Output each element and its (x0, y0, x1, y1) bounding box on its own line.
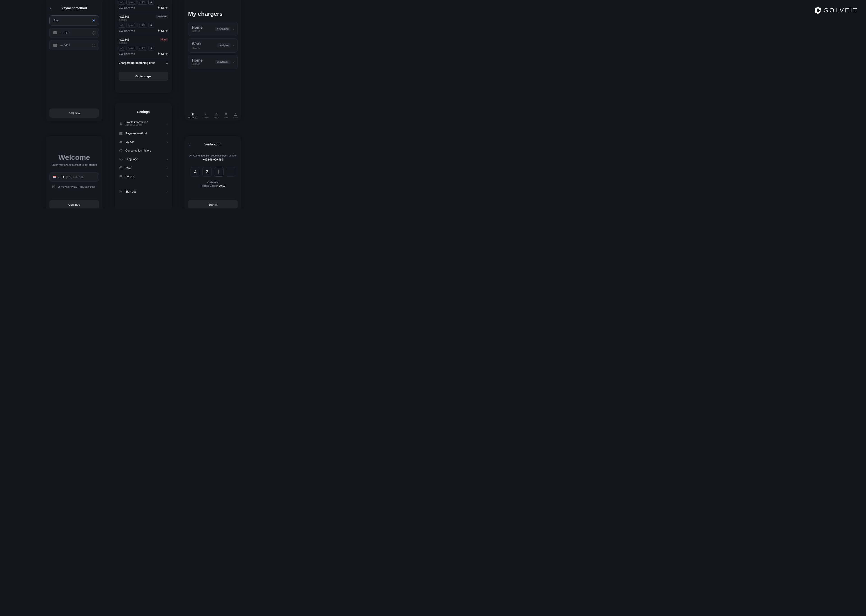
chevron-down-icon: ⌄ (166, 61, 168, 64)
privacy-agreement: I agree with Privacy Policy agreement (49, 185, 99, 188)
pin-icon (158, 30, 160, 32)
svg-rect-4 (119, 132, 123, 135)
charger-row[interactable]: id12345 Busy E.ON DK AC Type 2 22 kW 0,0… (119, 35, 168, 58)
svg-rect-5 (119, 133, 123, 133)
payment-option-applepay[interactable]: Pay (49, 15, 99, 25)
code-digit[interactable] (214, 167, 223, 176)
settings-item-payment[interactable]: Payment method › (119, 129, 168, 138)
welcome-title: Welcome (49, 153, 99, 162)
svg-text:?: ? (120, 167, 121, 169)
language-icon (119, 157, 123, 161)
page-title: My chargers (188, 10, 238, 17)
unmatching-filter-toggle[interactable]: Chargers not matching filter ⌄ (119, 58, 168, 68)
signout-icon (119, 190, 123, 193)
verification-description: An Authentecation code has been sent to (188, 154, 238, 157)
bolt-icon (217, 28, 219, 30)
back-icon[interactable]: ‹ (50, 6, 51, 11)
chevron-right-icon: › (233, 44, 234, 47)
status-badge: Available (217, 43, 231, 47)
nav-charger[interactable]: Charger (203, 113, 209, 118)
car-icon (119, 140, 123, 144)
mycharger-row[interactable]: Home id12345 Charging › (188, 22, 238, 36)
verification-screen: ‹ Verification An Authentecation code ha… (184, 136, 241, 208)
phone-input[interactable]: ▾ +1 (123) 456 7890 (49, 173, 99, 182)
brand-logo: SOLVEIT (815, 7, 858, 14)
plug-icon (148, 23, 154, 28)
card-icon (119, 132, 123, 135)
chevron-right-icon: › (167, 174, 168, 178)
card-icon (53, 31, 57, 34)
code-digit[interactable] (226, 167, 235, 176)
bottom-nav: My chargers Charger Heater Map Profile (184, 110, 241, 121)
chevron-right-icon: › (233, 60, 234, 64)
status-badge: Busy (160, 38, 168, 41)
settings-item-faq[interactable]: ? FAQ › (119, 163, 168, 172)
svg-point-11 (235, 113, 236, 114)
plug-icon (191, 113, 194, 116)
chevron-right-icon: › (167, 122, 168, 126)
chevron-right-icon: › (167, 190, 168, 193)
pin-icon (225, 113, 228, 116)
settings-item-language[interactable]: Language › (119, 155, 168, 163)
svg-rect-7 (119, 158, 121, 159)
pin-icon (158, 6, 160, 9)
code-digit[interactable]: 2 (202, 167, 212, 176)
mychargers-screen: My chargers Home id12345 Charging › Work… (184, 0, 241, 121)
privacy-link[interactable]: Privacy Policy (69, 185, 84, 188)
user-icon (119, 122, 123, 126)
settings-item-profile[interactable]: Profile information +46 999 999 999 › (119, 118, 168, 129)
payment-option-card-2[interactable]: ···· 3432 (49, 40, 99, 50)
page-title: Settings (119, 110, 168, 114)
svg-point-3 (120, 123, 121, 124)
privacy-checkbox[interactable] (52, 185, 55, 188)
card-icon (53, 44, 57, 47)
settings-item-signout[interactable]: Sign out › (119, 187, 168, 196)
status-badge: Charging (215, 27, 231, 31)
mycharger-row[interactable]: Home id12345 Unavailable › (188, 55, 238, 69)
back-icon[interactable]: ‹ (189, 142, 190, 147)
mycharger-row[interactable]: Work id12345 Available › (188, 38, 238, 53)
flag-icon (53, 176, 57, 178)
status-badge: Available (156, 15, 168, 19)
chevron-right-icon: › (167, 157, 168, 161)
nav-map[interactable]: Map (225, 113, 228, 118)
code-input[interactable]: 4 2 (188, 167, 238, 176)
continue-button[interactable]: Continue (49, 200, 99, 208)
chevron-right-icon: › (167, 132, 168, 135)
settings-item-support[interactable]: Support › (119, 172, 168, 181)
charger-row[interactable]: id12345 Available E.ON DK AC Type 2 22 k… (119, 12, 168, 35)
charger-row[interactable]: AC Type 2 22 kW 0,00 DKK/kWh 3.5 km (119, 0, 168, 12)
chevron-down-icon[interactable]: ▾ (58, 176, 59, 178)
resend-label: Resend Code in 00:50 (188, 184, 238, 187)
heater-icon (215, 113, 218, 116)
page-title: Payment method (61, 6, 87, 10)
add-new-button[interactable]: Add new (49, 108, 99, 118)
go-to-maps-button[interactable]: Go to maps (119, 72, 168, 81)
code-sent-label: Code sent (188, 181, 238, 184)
settings-item-consumption[interactable]: Consumption history (119, 146, 168, 155)
nav-mychargers[interactable]: My chargers (188, 113, 197, 118)
logo-icon (815, 7, 821, 14)
plug-icon (148, 0, 154, 5)
country-code: +1 (61, 175, 64, 179)
chevron-right-icon: › (167, 166, 168, 170)
payment-screen: ‹ Payment method Pay ···· 3433 ···· 3432… (46, 0, 103, 121)
logo-text: SOLVEIT (824, 7, 858, 14)
verification-phone: +46 999 999 999 (188, 158, 238, 161)
code-digit[interactable]: 4 (190, 167, 200, 176)
chargers-list-screen: AC Type 2 22 kW 0,00 DKK/kWh 3.5 km id12… (115, 0, 172, 93)
payment-option-card-1[interactable]: ···· 3433 (49, 28, 99, 38)
welcome-screen: Welcome Enter your phone number to get s… (46, 136, 103, 208)
nav-heater[interactable]: Heater (214, 113, 219, 118)
chat-icon (119, 174, 123, 178)
radio-icon (92, 44, 95, 47)
settings-item-mycar[interactable]: My car › (119, 138, 168, 146)
radio-icon (92, 31, 95, 35)
user-icon (234, 113, 237, 116)
chevron-right-icon: › (167, 140, 168, 144)
bolt-icon (204, 113, 207, 116)
phone-placeholder: (123) 456 7890 (66, 175, 84, 179)
nav-profile[interactable]: Profile (233, 113, 238, 118)
radio-icon (92, 19, 95, 22)
submit-button[interactable]: Submit (188, 200, 238, 208)
